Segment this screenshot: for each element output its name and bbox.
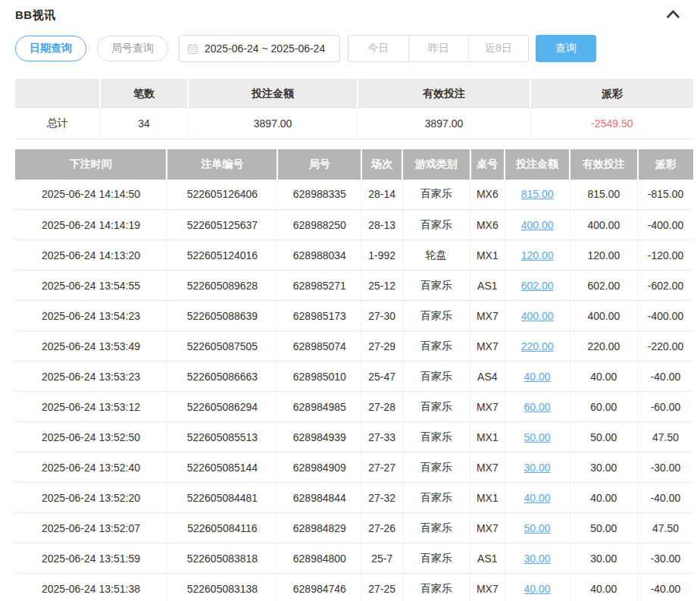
table-cell: 40.00 (570, 362, 638, 392)
table-cell: 522605087505 (167, 331, 277, 362)
bb-video-panel: BB视讯 日期查询 局号查询 (0, 0, 700, 601)
column-header: 局号 (277, 149, 361, 180)
summary-header-cell: 有效投注 (358, 79, 530, 108)
table-cell: 27-27 (361, 452, 402, 483)
bet-amount-link[interactable]: 30.00 (524, 462, 551, 474)
table-cell: AS1 (470, 271, 505, 301)
table-cell: 120.00 (570, 240, 638, 271)
date-query-tab[interactable]: 日期查询 (15, 36, 86, 61)
bet-amount-link[interactable]: 60.00 (524, 401, 551, 413)
column-header: 投注金额 (505, 149, 570, 180)
table-cell: 522605084116 (167, 513, 277, 543)
panel-header: BB视讯 (0, 0, 700, 26)
summary-table: 笔数投注金额有效投注派彩 总计343897.003897.00-2549.50 (15, 79, 693, 139)
bet-amount-cell: 400.00 (505, 210, 570, 240)
last-8-days-button[interactable]: 近8日 (468, 36, 528, 61)
bet-amount-link[interactable]: 400.00 (521, 310, 554, 322)
summary-total-label: 总计 (15, 108, 100, 139)
table-cell: 百家乐 (402, 422, 470, 452)
bet-amount-cell: 50.00 (505, 513, 570, 543)
table-cell: 25-47 (361, 362, 402, 392)
table-row: 2025-06-24 13:53:12522605086294628984985… (15, 392, 693, 422)
table-cell: MX6 (470, 180, 505, 210)
table-cell: 47.50 (638, 422, 693, 452)
bet-amount-link[interactable]: 30.00 (524, 552, 551, 565)
search-button[interactable]: 查询 (536, 35, 596, 62)
table-cell: 2025-06-24 14:14:19 (15, 210, 167, 240)
bet-amount-link[interactable]: 400.00 (521, 219, 554, 231)
table-cell: -30.00 (638, 543, 693, 574)
bet-amount-cell: 60.00 (505, 392, 570, 422)
table-cell: 27-32 (361, 483, 402, 513)
table-cell: 2025-06-24 13:53:23 (15, 362, 167, 392)
table-cell: 25-12 (361, 271, 402, 301)
calendar-icon (187, 43, 198, 55)
table-header-row: 下注时间注单编号局号场次游戏类别桌号投注金额有效投注派彩 (15, 149, 693, 180)
bet-amount-link[interactable]: 602.00 (521, 280, 554, 292)
table-cell: -40.00 (638, 574, 693, 601)
summary-value-cell: 3897.00 (358, 108, 530, 139)
table-cell: AS4 (470, 362, 505, 392)
table-cell: -30.00 (638, 452, 693, 483)
column-header: 注单编号 (167, 149, 277, 180)
table-row: 2025-06-24 14:13:20522605124016628988034… (15, 240, 693, 271)
table-cell: -40.00 (638, 362, 693, 392)
table-cell: 28-14 (361, 180, 402, 210)
table-cell: MX7 (470, 392, 505, 422)
bet-amount-cell: 30.00 (505, 543, 570, 574)
table-cell: 522605083818 (167, 543, 277, 574)
bet-amount-cell: 30.00 (505, 452, 570, 483)
collapse-button[interactable] (666, 8, 680, 22)
table-cell: 百家乐 (402, 301, 470, 331)
table-cell: 2025-06-24 13:51:59 (15, 543, 167, 574)
yesterday-button[interactable]: 昨日 (408, 36, 468, 61)
table-cell: 2025-06-24 14:14:50 (15, 180, 167, 210)
summary-value-cell: 3897.00 (188, 108, 358, 139)
table-cell: 522605089628 (167, 271, 277, 301)
table-cell: 628985173 (277, 301, 361, 331)
table-cell: 27-25 (361, 574, 402, 601)
table-cell: MX7 (470, 301, 505, 331)
bet-amount-link[interactable]: 40.00 (524, 583, 551, 595)
bet-amount-link[interactable]: 815.00 (521, 188, 554, 200)
bet-amount-link[interactable]: 220.00 (521, 340, 554, 352)
round-query-tab[interactable]: 局号查询 (97, 36, 168, 61)
table-row: 2025-06-24 13:53:23522605086663628985010… (15, 362, 693, 392)
table-cell: AS1 (470, 543, 505, 574)
table-cell: 628988250 (277, 210, 361, 240)
table-cell: 27-26 (361, 513, 402, 543)
bet-amount-link[interactable]: 120.00 (521, 249, 554, 261)
column-header: 桌号 (470, 149, 505, 180)
bet-amount-link[interactable]: 50.00 (524, 522, 551, 534)
table-cell: 522605086663 (167, 362, 277, 392)
table-cell: -40.00 (638, 483, 693, 513)
summary-header-row: 笔数投注金额有效投注派彩 (15, 79, 693, 108)
table-cell: 30.00 (570, 452, 638, 483)
table-cell: 40.00 (570, 483, 638, 513)
table-cell: 522605126406 (167, 180, 277, 210)
bet-amount-link[interactable]: 40.00 (524, 371, 551, 383)
bet-amount-link[interactable]: 50.00 (524, 431, 551, 443)
table-cell: 628985271 (277, 271, 361, 301)
table-cell: -220.00 (638, 331, 693, 362)
bet-amount-link[interactable]: 40.00 (524, 492, 551, 504)
table-cell: 百家乐 (402, 574, 470, 601)
date-range-input[interactable]: 2025-06-24 ~ 2025-06-24 (179, 35, 340, 62)
table-cell: 27-28 (361, 392, 402, 422)
table-row: 2025-06-24 13:54:23522605088639628985173… (15, 301, 693, 331)
table-cell: 百家乐 (402, 331, 470, 362)
table-cell: 2025-06-24 13:52:50 (15, 422, 167, 452)
table-cell: 百家乐 (402, 543, 470, 574)
table-cell: MX7 (470, 513, 505, 543)
bet-amount-cell: 400.00 (505, 301, 570, 331)
column-header: 有效投注 (570, 149, 638, 180)
quick-range-group: 今日 昨日 近8日 (348, 35, 529, 62)
table-cell: 220.00 (570, 331, 638, 362)
table-cell: 628984985 (277, 392, 361, 422)
today-button[interactable]: 今日 (348, 36, 408, 61)
table-cell: 2025-06-24 14:13:20 (15, 240, 167, 271)
bet-records-table: 下注时间注单编号局号场次游戏类别桌号投注金额有效投注派彩 2025-06-24 … (15, 149, 693, 601)
table-cell: 2025-06-24 13:52:07 (15, 513, 167, 543)
table-row: 2025-06-24 13:54:55522605089628628985271… (15, 271, 693, 301)
table-cell: 522605083138 (167, 574, 277, 601)
